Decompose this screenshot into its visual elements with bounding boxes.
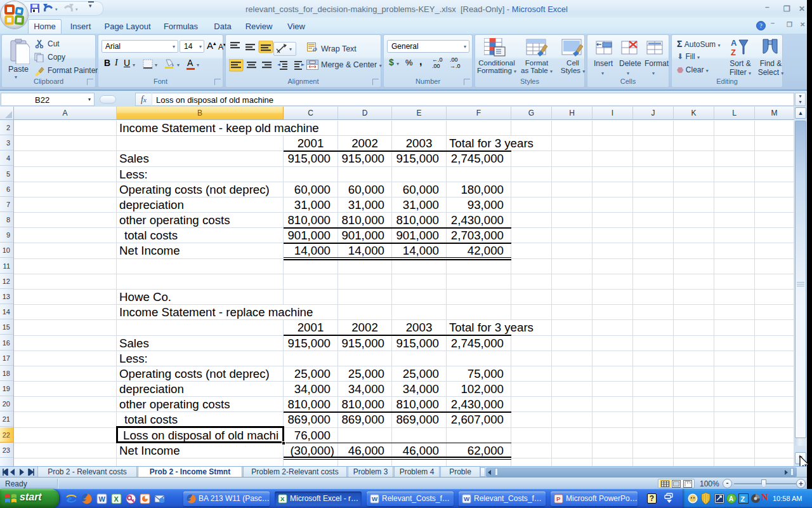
- svg-text:X: X: [114, 495, 119, 503]
- svg-text:?: ?: [759, 22, 763, 29]
- svg-text:Z: Z: [741, 495, 745, 503]
- svg-text:W: W: [464, 495, 470, 502]
- svg-text:X: X: [280, 495, 285, 502]
- svg-text:P: P: [556, 495, 561, 502]
- svg-text:A: A: [731, 38, 737, 48]
- svg-text:A: A: [729, 495, 733, 502]
- svg-text:Z: Z: [731, 48, 736, 57]
- svg-text:W: W: [99, 495, 106, 503]
- svg-text:W: W: [372, 495, 378, 502]
